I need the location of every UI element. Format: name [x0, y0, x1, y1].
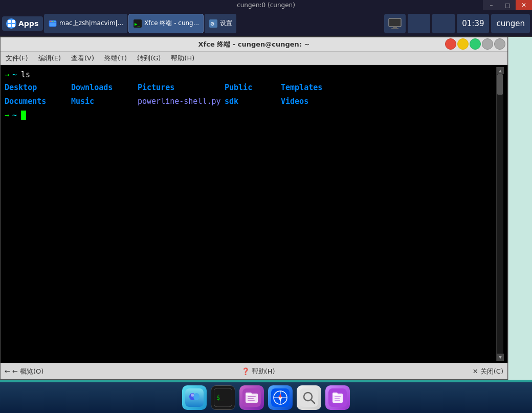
- dir-public: Public: [225, 81, 281, 95]
- side-panel: [508, 37, 532, 380]
- dir-desktop: Desktop: [5, 81, 71, 95]
- svg-rect-1: [12, 20, 15, 23]
- terminal-content[interactable]: → ~ ls Desktop Downloads Pictures Public…: [1, 65, 507, 363]
- overview-arrow-icon: ←: [5, 367, 10, 375]
- tab-settings[interactable]: ⚙ 设置: [205, 14, 236, 33]
- apps-button[interactable]: Apps: [2, 16, 43, 31]
- os-title: cungen:0 (cungen): [237, 2, 295, 9]
- maximize-btn[interactable]: □: [499, 0, 516, 10]
- win-minimize-btn[interactable]: [457, 38, 469, 50]
- menu-help[interactable]: 帮助(H): [166, 53, 199, 64]
- terminal-scrollbar[interactable]: ▲ ▼: [496, 67, 503, 361]
- svg-rect-32: [248, 400, 255, 401]
- svg-point-24: [191, 394, 194, 397]
- svg-point-23: [193, 393, 199, 400]
- scroll-down-arrow[interactable]: ▼: [497, 354, 504, 361]
- svg-point-20: [497, 41, 502, 47]
- settings-icon: ⚙: [209, 19, 218, 28]
- tab-terminal[interactable]: ▶_ Xfce 终端 - cung...: [128, 14, 204, 33]
- dock-safari-icon[interactable]: [268, 385, 293, 410]
- win-extra-btn2[interactable]: [494, 38, 505, 50]
- win-extra-btn1[interactable]: [482, 38, 493, 50]
- browser-icon: [48, 19, 57, 28]
- svg-point-6: [50, 20, 51, 21]
- svg-text:▶_: ▶_: [135, 21, 140, 27]
- tab-zsh[interactable]: mac上zsh|macvim|...: [44, 14, 127, 33]
- apps-icon: [6, 18, 16, 29]
- minimize-btn[interactable]: －: [483, 0, 499, 10]
- scroll-up-arrow[interactable]: ▲: [497, 67, 504, 74]
- prompt-tilde-2: ~: [12, 110, 17, 121]
- svg-point-7: [52, 20, 53, 21]
- file-powerline: powerline-shell.py: [138, 95, 225, 108]
- svg-text:⚙: ⚙: [210, 21, 215, 27]
- svg-rect-47: [335, 400, 340, 401]
- block2: [432, 14, 455, 33]
- scroll-thumb[interactable]: [497, 74, 503, 95]
- command-line-1: → ~ ls: [5, 69, 496, 81]
- help-label: 帮助(H): [252, 367, 275, 376]
- svg-point-19: [485, 41, 490, 47]
- tab-terminal-label: Xfce 终端 - cung...: [144, 19, 199, 28]
- tab-zsh-label: mac上zsh|macvim|...: [59, 19, 123, 28]
- dir-videos: Videos: [281, 95, 308, 108]
- prompt-arrow-2: →: [5, 110, 9, 121]
- overview-button[interactable]: ← ← 概览(O): [5, 367, 43, 376]
- help-button[interactable]: ❓ 帮助(H): [241, 367, 275, 376]
- close-btn[interactable]: ✕: [516, 0, 532, 10]
- svg-rect-30: [248, 396, 256, 397]
- svg-rect-5: [49, 22, 56, 23]
- ls-row-2: Documents Music powerline-shell.py sdk V…: [5, 95, 496, 108]
- svg-text:$_: $_: [216, 394, 224, 401]
- monitor-indicator[interactable]: [384, 14, 406, 33]
- terminal-title: Xfce 终端 - cungen@cungen: ~: [198, 40, 310, 49]
- dock-aqua-icon[interactable]: [182, 385, 207, 410]
- help-icon: ❓: [241, 367, 250, 375]
- terminal-window: Xfce 终端 - cungen@cungen: ~: [0, 37, 508, 380]
- svg-point-16: [448, 41, 453, 47]
- svg-point-17: [460, 41, 465, 47]
- dir-sdk: sdk: [225, 95, 281, 108]
- menu-view[interactable]: 查看(V): [66, 53, 99, 64]
- win-close-btn[interactable]: [445, 38, 456, 50]
- svg-rect-31: [248, 398, 254, 399]
- taskbar: Apps mac上zsh|macvim|... ▶_ Xfce 终端 - cun…: [0, 10, 532, 37]
- win-maximize-btn[interactable]: [470, 38, 481, 50]
- dock-terminal-icon[interactable]: $_: [211, 385, 235, 410]
- menu-file[interactable]: 文件(F): [1, 53, 33, 64]
- taskbar-right: 01:39 cungen: [384, 14, 530, 33]
- command-line-2: → ~: [5, 110, 496, 121]
- menu-edit[interactable]: 编辑(E): [33, 53, 66, 64]
- svg-rect-0: [8, 20, 11, 23]
- close-label: 关闭(C): [480, 367, 503, 376]
- terminal-icon: ▶_: [133, 19, 142, 28]
- svg-rect-15: [391, 28, 398, 29]
- ls-row-1: Desktop Downloads Pictures Public Templa…: [5, 81, 496, 95]
- svg-rect-45: [335, 396, 341, 397]
- svg-rect-29: [246, 393, 252, 395]
- prompt-arrow-1: →: [5, 69, 9, 81]
- dir-templates: Templates: [281, 81, 322, 95]
- clock: 01:39: [457, 14, 489, 33]
- svg-rect-13: [389, 18, 401, 27]
- dock-search-icon[interactable]: [297, 385, 321, 410]
- cursor: [21, 111, 26, 120]
- dock-files-icon[interactable]: [325, 385, 350, 410]
- menu-goto[interactable]: 转到(G): [132, 53, 166, 64]
- prompt-tilde-1: ~: [12, 69, 17, 81]
- terminal-title-bar: Xfce 终端 - cungen@cungen: ~: [1, 37, 507, 52]
- overview-label: ← 概览(O): [12, 367, 43, 376]
- dir-music: Music: [71, 95, 138, 108]
- dock-filemanager-icon[interactable]: [239, 385, 264, 410]
- svg-rect-44: [332, 393, 338, 395]
- dir-documents: Documents: [5, 95, 71, 108]
- tab-settings-label: 设置: [220, 19, 232, 28]
- menu-terminal[interactable]: 终端(T): [99, 53, 132, 64]
- command-ls: ls: [21, 69, 30, 81]
- svg-point-8: [53, 20, 54, 21]
- svg-rect-14: [393, 27, 397, 28]
- svg-rect-2: [8, 24, 11, 27]
- close-button[interactable]: ✕ 关闭(C): [473, 367, 503, 376]
- terminal-text-area[interactable]: → ~ ls Desktop Downloads Pictures Public…: [5, 67, 496, 361]
- dock: $_: [0, 382, 532, 413]
